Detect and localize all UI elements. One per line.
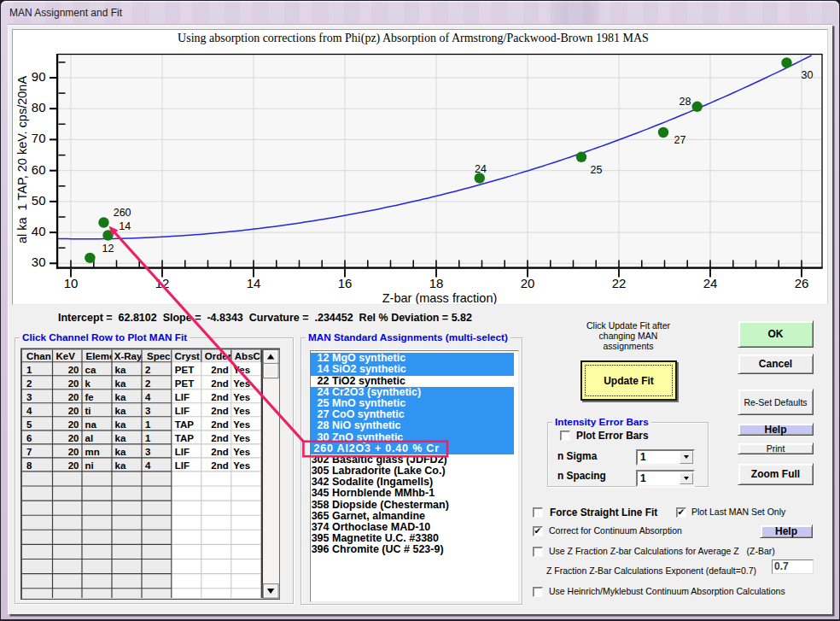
svg-text:ka: ka [115, 392, 126, 402]
svg-text:X-Ray: X-Ray [114, 351, 143, 361]
svg-text:70: 70 [32, 131, 46, 145]
svg-text:2nd: 2nd [211, 447, 228, 457]
svg-text:90: 90 [32, 69, 46, 84]
svg-text:12: 12 [102, 243, 114, 255]
svg-text:2nd: 2nd [211, 392, 228, 402]
svg-text:20: 20 [68, 460, 79, 471]
svg-text:80: 80 [32, 100, 46, 114]
svg-text:27: 27 [674, 134, 686, 146]
svg-text:LIF: LIF [175, 406, 190, 416]
svg-text:LIF: LIF [175, 460, 190, 471]
svg-text:1: 1 [145, 419, 151, 430]
svg-text:22: 22 [612, 276, 627, 290]
svg-text:Yes: Yes [233, 378, 250, 389]
svg-text:1: 1 [26, 365, 32, 375]
svg-text:Z-bar (mass fraction): Z-bar (mass fraction) [382, 291, 498, 305]
svg-text:ni: ni [85, 460, 94, 471]
svg-text:10: 10 [64, 276, 79, 290]
svg-text:Yes: Yes [233, 433, 250, 443]
svg-text:20: 20 [68, 406, 79, 416]
svg-text:Yes: Yes [233, 406, 250, 416]
svg-text:ca: ca [85, 365, 96, 375]
svg-text:2nd: 2nd [211, 378, 228, 389]
svg-text:TAP: TAP [175, 433, 194, 443]
svg-text:Order: Order [205, 351, 232, 361]
svg-text:Yes: Yes [233, 365, 250, 375]
svg-text:14: 14 [247, 276, 261, 290]
svg-text:50: 50 [32, 193, 46, 208]
svg-text:k: k [85, 378, 91, 389]
svg-text:2: 2 [145, 378, 150, 389]
svg-text:12: 12 [155, 276, 170, 290]
svg-text:2nd: 2nd [211, 460, 228, 471]
svg-text:30: 30 [802, 69, 814, 81]
svg-text:60: 60 [32, 162, 46, 177]
svg-text:ka: ka [115, 419, 126, 430]
svg-text:ti: ti [85, 406, 91, 416]
svg-text:20: 20 [68, 419, 79, 430]
svg-text:ka: ka [115, 433, 126, 443]
svg-text:2: 2 [26, 378, 32, 389]
svg-text:Yes: Yes [233, 419, 250, 430]
svg-text:al: al [85, 433, 94, 443]
svg-text:5: 5 [26, 419, 32, 430]
svg-text:ka: ka [115, 406, 126, 416]
svg-text:ka: ka [115, 460, 126, 471]
svg-text:PET: PET [175, 378, 194, 389]
svg-text:4: 4 [145, 460, 151, 471]
svg-text:20: 20 [68, 378, 79, 389]
svg-text:14: 14 [119, 220, 131, 232]
svg-text:2nd: 2nd [211, 406, 228, 416]
svg-text:18: 18 [429, 276, 444, 290]
svg-text:Yes: Yes [233, 392, 250, 402]
svg-text:40: 40 [32, 224, 46, 238]
svg-text:Spec: Spec [147, 351, 171, 361]
svg-text:4: 4 [26, 406, 32, 416]
svg-text:2nd: 2nd [211, 433, 228, 443]
svg-text:na: na [85, 419, 97, 430]
svg-text:4: 4 [145, 392, 151, 402]
svg-text:fe: fe [85, 392, 94, 402]
svg-text:3: 3 [145, 406, 150, 416]
svg-text:Using absorption corrections f: Using absorption corrections from Phi(pz… [178, 32, 649, 45]
svg-text:20: 20 [521, 276, 535, 290]
svg-text:20: 20 [68, 365, 79, 375]
svg-text:25: 25 [591, 164, 603, 176]
svg-text:TAP: TAP [175, 419, 194, 430]
svg-text:30: 30 [32, 255, 46, 269]
svg-text:LIF: LIF [175, 392, 190, 402]
svg-text:PET: PET [175, 365, 194, 375]
svg-text:mn: mn [85, 447, 100, 457]
svg-text:Cryst: Cryst [175, 351, 201, 361]
svg-text:LIF: LIF [175, 447, 190, 457]
svg-text:20: 20 [68, 433, 79, 443]
svg-text:al ka 1 TAP, 20 keV. cps/20nA: al ka 1 TAP, 20 keV. cps/20nA [15, 76, 29, 243]
svg-text:ka: ka [115, 447, 126, 457]
svg-text:KeV: KeV [56, 351, 76, 361]
svg-text:3: 3 [145, 447, 150, 457]
svg-text:16: 16 [338, 276, 353, 290]
svg-text:20: 20 [68, 447, 79, 457]
svg-text:26: 26 [795, 276, 809, 290]
svg-text:8: 8 [26, 460, 32, 471]
svg-text:6: 6 [26, 433, 32, 443]
svg-text:28: 28 [680, 96, 691, 108]
svg-text:20: 20 [68, 392, 79, 402]
svg-text:ka: ka [115, 378, 126, 389]
svg-text:Yes: Yes [233, 460, 250, 471]
svg-text:Chan: Chan [26, 351, 51, 361]
svg-text:Yes: Yes [233, 447, 250, 457]
svg-text:2nd: 2nd [211, 365, 228, 375]
svg-text:2nd: 2nd [211, 419, 228, 430]
svg-text:260: 260 [114, 207, 131, 219]
svg-text:1: 1 [145, 433, 151, 443]
svg-text:2: 2 [145, 365, 150, 375]
svg-text:7: 7 [26, 447, 32, 457]
svg-text:24: 24 [703, 276, 718, 290]
svg-text:ka: ka [115, 365, 126, 375]
svg-text:3: 3 [26, 392, 32, 402]
svg-text:24: 24 [475, 163, 487, 175]
